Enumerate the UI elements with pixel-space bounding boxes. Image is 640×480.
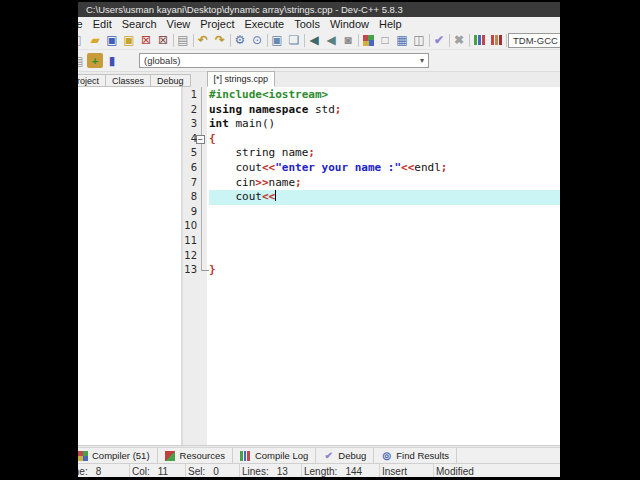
fold-column bbox=[197, 219, 209, 234]
title-bar[interactable]: C:\Users\usman kayani\Desktop\dynamic ar… bbox=[78, 2, 560, 17]
bottom-tab-resources[interactable]: Resources bbox=[158, 448, 233, 463]
status-label: Modified bbox=[436, 466, 474, 477]
menu-window[interactable]: Window bbox=[325, 18, 374, 30]
status-value: 144 bbox=[345, 466, 362, 477]
status-insert: Insert bbox=[380, 464, 434, 477]
status-value: 13 bbox=[277, 466, 288, 477]
project-browser-panel[interactable] bbox=[78, 87, 183, 445]
compile-run-icon[interactable] bbox=[269, 33, 285, 48]
bottom-tab-compile-log[interactable]: Compile Log bbox=[233, 448, 316, 463]
toolbar-separator bbox=[267, 34, 268, 47]
fold-column bbox=[197, 146, 209, 161]
status-length: Length:144 bbox=[302, 464, 380, 477]
project-options-icon[interactable] bbox=[394, 33, 410, 48]
devcpp-window: C:\Users\usman kayani\Desktop\dynamic ar… bbox=[78, 2, 560, 477]
abort-icon[interactable] bbox=[340, 33, 356, 48]
fold-column bbox=[197, 88, 209, 103]
bottom-tab-label: Resources bbox=[180, 450, 225, 461]
code-line: 10 bbox=[183, 219, 560, 234]
bookmark-icon[interactable] bbox=[104, 53, 120, 68]
debug-back-icon[interactable] bbox=[306, 33, 322, 48]
panel-tab-debug[interactable]: Debug bbox=[151, 74, 191, 87]
debug-next-icon[interactable] bbox=[323, 33, 339, 48]
code-line: 13} bbox=[183, 263, 560, 278]
find-results-icon bbox=[381, 450, 392, 461]
menu-view[interactable]: View bbox=[162, 18, 196, 30]
fold-column bbox=[197, 249, 209, 264]
panel-tab-project[interactable]: Project bbox=[78, 74, 106, 87]
remove-from-project-icon[interactable] bbox=[377, 33, 393, 48]
resources-icon bbox=[165, 450, 176, 461]
menu-file[interactable]: File bbox=[78, 18, 88, 30]
close-all-icon[interactable] bbox=[155, 33, 171, 48]
new-project-icon[interactable] bbox=[360, 33, 376, 48]
left-panel-tabs: ProjectClassesDebug bbox=[78, 74, 191, 87]
line-number: 5 bbox=[183, 146, 197, 161]
redo-icon[interactable] bbox=[212, 33, 228, 48]
code-text: cout<< bbox=[209, 190, 560, 205]
class-browser-combobox-value: (globals) bbox=[144, 55, 180, 66]
close-file-icon[interactable] bbox=[138, 33, 154, 48]
code-line: 2using namespace std; bbox=[183, 103, 560, 118]
menu-tools[interactable]: Tools bbox=[289, 18, 325, 30]
status-label: Length: bbox=[304, 466, 337, 477]
code-line: 4{ bbox=[183, 132, 560, 147]
status-lines: Lines:13 bbox=[240, 464, 302, 477]
syntax-check-icon[interactable] bbox=[431, 33, 447, 48]
line-number: 2 bbox=[183, 103, 197, 118]
stop-execution-icon[interactable] bbox=[451, 33, 467, 48]
status-label: Line: bbox=[78, 466, 88, 477]
panel-tab-classes[interactable]: Classes bbox=[106, 74, 151, 87]
profile-icon[interactable] bbox=[471, 33, 487, 48]
window-list-icon[interactable] bbox=[411, 33, 427, 48]
menu-help[interactable]: Help bbox=[374, 18, 407, 30]
open-file-icon[interactable] bbox=[87, 33, 103, 48]
code-editor[interactable]: − 1#include<iostream>2using namespace st… bbox=[183, 87, 560, 445]
code-text: { bbox=[209, 132, 560, 147]
status-value: 0 bbox=[213, 466, 219, 477]
line-number: 13 bbox=[183, 263, 197, 278]
menu-search[interactable]: Search bbox=[117, 18, 162, 30]
line-number: 3 bbox=[183, 117, 197, 132]
status-modified: Modified bbox=[434, 464, 560, 477]
status-sel: Sel:0 bbox=[186, 464, 240, 477]
compiler-combobox[interactable]: TDM-GCC 4▾ bbox=[508, 33, 560, 48]
class-browser-combobox[interactable]: (globals)▾ bbox=[139, 53, 429, 68]
status-line: Line:8 bbox=[78, 464, 130, 477]
bottom-tab-label: Debug bbox=[338, 450, 366, 461]
screen: C:\Users\usman kayani\Desktop\dynamic ar… bbox=[0, 0, 640, 480]
run-icon[interactable] bbox=[249, 33, 265, 48]
delete-profiling-icon[interactable] bbox=[488, 33, 504, 48]
bottom-tab-compiler-51-[interactable]: Compiler (51) bbox=[78, 448, 158, 463]
toolbar-separator bbox=[449, 34, 450, 47]
menu-execute[interactable]: Execute bbox=[239, 18, 289, 30]
fold-column bbox=[197, 205, 209, 220]
code-text bbox=[209, 205, 560, 220]
undo-icon[interactable] bbox=[195, 33, 211, 48]
bottom-tab-find-results[interactable]: Find Results bbox=[374, 448, 457, 463]
code-text: cout<<"enter your name :"<<endl; bbox=[209, 161, 560, 176]
fold-column bbox=[197, 234, 209, 249]
menu-project[interactable]: Project bbox=[195, 18, 239, 30]
save-all-icon[interactable] bbox=[121, 33, 137, 48]
bottom-tab-debug[interactable]: Debug bbox=[316, 448, 374, 463]
fold-column bbox=[197, 117, 209, 132]
fold-column bbox=[197, 263, 209, 278]
compile-icon[interactable] bbox=[232, 33, 248, 48]
bottom-panel-tabs: Compiler (51)ResourcesCompile LogDebugFi… bbox=[78, 447, 560, 463]
save-file-icon[interactable] bbox=[104, 33, 120, 48]
copy-page-icon[interactable] bbox=[78, 53, 86, 68]
print-icon[interactable] bbox=[175, 33, 191, 48]
code-text bbox=[209, 249, 560, 264]
toolbar-separator bbox=[173, 34, 174, 47]
tabs-row: ProjectClassesDebug [*] strings.cpp bbox=[78, 72, 560, 87]
line-number: 9 bbox=[183, 205, 197, 220]
toolbar-separator bbox=[304, 34, 305, 47]
menu-edit[interactable]: Edit bbox=[88, 18, 117, 30]
code-text bbox=[209, 219, 560, 234]
new-file-icon[interactable] bbox=[78, 33, 86, 48]
toolbar-separator bbox=[230, 34, 231, 47]
insert-snippet-icon[interactable] bbox=[87, 53, 103, 68]
rebuild-all-icon[interactable] bbox=[286, 33, 302, 48]
editor-tab-strings-cpp[interactable]: [*] strings.cpp bbox=[207, 71, 276, 87]
